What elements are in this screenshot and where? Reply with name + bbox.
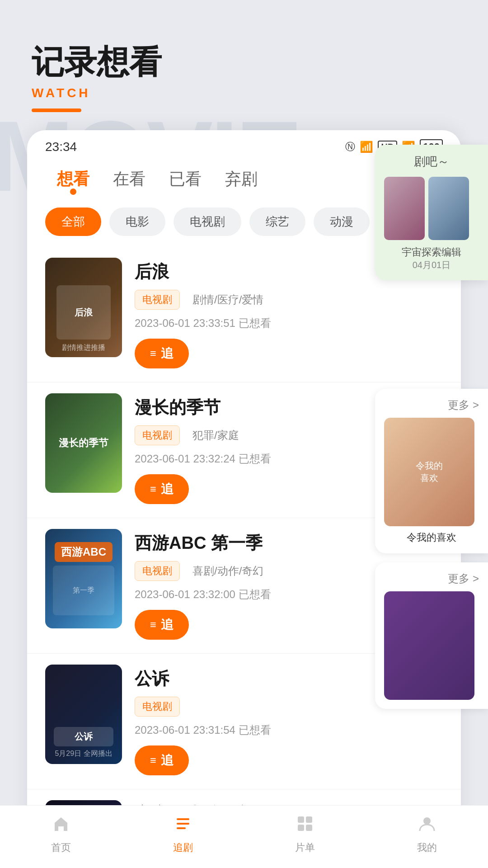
poster-houlang[interactable]: 后浪 剧情推进推播 <box>45 258 122 357</box>
tab-dropped[interactable]: 弃剧 <box>213 164 269 198</box>
poster-group-2: 更多 > <box>375 562 488 709</box>
page-title-en: WATCH <box>32 86 456 100</box>
svg-rect-0 <box>177 818 189 820</box>
mini-poster-2 <box>384 591 474 700</box>
home-icon <box>52 815 70 837</box>
list-icon <box>296 815 314 837</box>
overlay-label: 剧吧～ <box>384 154 479 170</box>
nav-list-label: 片单 <box>295 841 315 854</box>
svg-point-7 <box>423 817 431 825</box>
svg-rect-1 <box>177 823 189 825</box>
tag-genre-xiyou: 喜剧/动作/奇幻 <box>185 561 271 581</box>
item-date-houlang: 2023-06-01 23:33:51 已想看 <box>135 316 443 330</box>
nfc-icon: Ⓝ <box>345 140 355 154</box>
tag-genre-manchang: 犯罪/家庭 <box>185 425 246 445</box>
wifi-icon: 📶 <box>360 141 373 153</box>
follow-btn-gongsu[interactable]: ≡ 追 <box>135 745 189 775</box>
poster-xiyou[interactable]: 西游ABC 第一季 <box>45 529 122 628</box>
poster-gongsu[interactable]: 公诉 5月29日 全网播出 <box>45 665 122 764</box>
tag-type-xiyou: 电视剧 <box>135 561 180 581</box>
tab-want-watch[interactable]: 想看 <box>45 164 101 198</box>
title-underline <box>32 108 81 112</box>
status-time: 23:34 <box>45 140 77 154</box>
svg-rect-4 <box>306 816 312 823</box>
nav-home[interactable]: 首页 <box>51 815 71 854</box>
item-date-gongsu: 2023-06-01 23:31:54 已想看 <box>135 723 443 737</box>
filter-variety[interactable]: 综艺 <box>249 208 305 236</box>
poster-group-1: 更多 > 令我的喜欢 令我的喜欢 <box>375 389 488 553</box>
tag-type-manchang: 电视剧 <box>135 425 180 445</box>
follow-icon-gongsu: ≡ <box>150 754 156 767</box>
nav-list[interactable]: 片单 <box>295 815 315 854</box>
item-tags-houlang: 电视剧 剧情/医疗/爱情 <box>135 290 443 310</box>
filter-movie[interactable]: 电影 <box>109 208 165 236</box>
follow-list-icon <box>174 815 192 837</box>
poster-manchang[interactable]: 漫长的季节 <box>45 393 122 493</box>
bottom-nav: 首页 追剧 片单 我的 <box>0 805 488 868</box>
follow-icon-houlang: ≡ <box>150 347 156 360</box>
overlay-sublabel: 宇宙探索编辑 <box>384 245 479 259</box>
svg-rect-2 <box>177 827 186 829</box>
follow-icon-manchang: ≡ <box>150 483 156 495</box>
filter-tv[interactable]: 电视剧 <box>174 208 241 236</box>
mini-poster-label-1: 令我的喜欢 <box>384 531 479 544</box>
mini-poster-1: 令我的喜欢 <box>384 418 474 526</box>
nav-follow[interactable]: 追剧 <box>173 815 193 854</box>
tag-type-houlang: 电视剧 <box>135 290 180 310</box>
more-button-2[interactable]: 更多 > <box>384 571 479 586</box>
nav-home-label: 首页 <box>51 841 71 854</box>
more-button-1[interactable]: 更多 > <box>384 398 479 412</box>
follow-btn-manchang[interactable]: ≡ 追 <box>135 474 189 504</box>
right-posters-area: 更多 > 令我的喜欢 令我的喜欢 更多 > <box>375 389 488 718</box>
follow-icon-xiyou: ≡ <box>150 618 156 631</box>
page-header: 记录想看 WATCH <box>0 0 488 130</box>
filter-anime[interactable]: 动漫 <box>314 208 370 236</box>
follow-btn-xiyou[interactable]: ≡ 追 <box>135 610 189 640</box>
follow-btn-houlang[interactable]: ≡ 追 <box>135 339 189 368</box>
svg-rect-6 <box>306 825 312 831</box>
filter-all[interactable]: 全部 <box>45 208 101 236</box>
right-overlay-card: 剧吧～ 宇宙探索编辑 04月01日 <box>375 145 488 280</box>
tab-watched[interactable]: 已看 <box>157 164 213 198</box>
page-title-zh: 记录想看 <box>32 41 456 84</box>
nav-profile-label: 我的 <box>417 841 437 854</box>
overlay-date: 04月01日 <box>384 259 479 271</box>
tag-genre-houlang: 剧情/医疗/爱情 <box>185 290 271 310</box>
svg-rect-3 <box>298 816 304 823</box>
nav-follow-label: 追剧 <box>173 841 193 854</box>
tab-watching[interactable]: 在看 <box>101 164 157 198</box>
profile-icon <box>418 815 436 837</box>
nav-profile[interactable]: 我的 <box>417 815 437 854</box>
svg-rect-5 <box>298 825 304 831</box>
tag-type-gongsu: 电视剧 <box>135 697 180 717</box>
